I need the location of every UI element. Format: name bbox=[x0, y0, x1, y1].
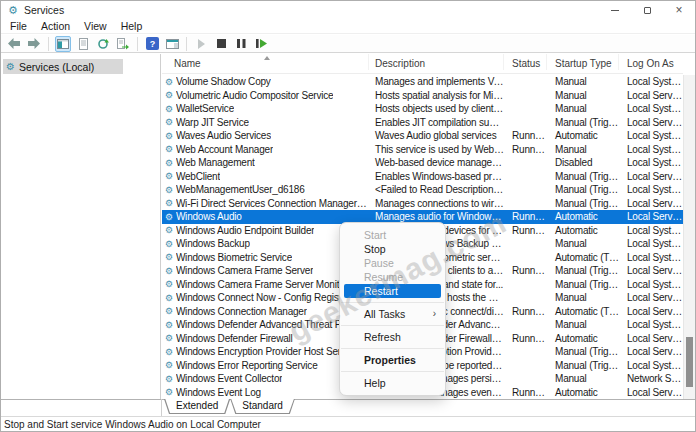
help-icon[interactable]: ? bbox=[144, 36, 160, 52]
service-name: WebClient bbox=[176, 171, 220, 182]
service-name: Web Management bbox=[176, 157, 255, 168]
pause-service-icon[interactable] bbox=[233, 36, 249, 52]
table-row[interactable]: ⚙Web ManagementWeb-based device manageme… bbox=[162, 156, 683, 170]
service-name-cell: ⚙WebClient bbox=[162, 171, 369, 182]
stop-service-icon[interactable] bbox=[213, 36, 229, 52]
menu-separator bbox=[341, 325, 444, 326]
table-row[interactable]: ⚙WalletServiceHosts objects used by clie… bbox=[162, 102, 683, 116]
minimize-button[interactable] bbox=[599, 1, 631, 19]
menu-item-restart[interactable]: Restart bbox=[344, 284, 441, 298]
service-gear-icon: ⚙ bbox=[165, 266, 173, 276]
table-row[interactable]: ⚙Volume Shadow CopyManages and implement… bbox=[162, 75, 683, 89]
menu-view[interactable]: View bbox=[77, 20, 114, 32]
maximize-icon bbox=[644, 7, 651, 14]
service-name: Windows Backup bbox=[176, 238, 250, 249]
service-name: Windows Defender Firewall bbox=[176, 333, 293, 344]
service-name: Windows Connect Now - Config Registrar bbox=[176, 292, 353, 303]
table-row[interactable]: ⚙WebClientEnables Windows-based program.… bbox=[162, 170, 683, 184]
tab-extended[interactable]: Extended bbox=[164, 399, 230, 414]
service-startup-type: Automatic (Tri... bbox=[547, 252, 619, 263]
service-startup-type: Automatic bbox=[547, 211, 619, 222]
service-log-on-as: Local System bbox=[619, 225, 683, 236]
close-button[interactable]: × bbox=[663, 1, 695, 19]
service-status: Running bbox=[504, 211, 547, 222]
vertical-scrollbar[interactable] bbox=[683, 75, 695, 399]
service-name-cell: ⚙Volume Shadow Copy bbox=[162, 76, 369, 87]
menu-separator bbox=[341, 371, 444, 372]
column-header-status[interactable]: Status bbox=[504, 54, 547, 70]
service-log-on-as: Local System bbox=[619, 144, 683, 155]
table-row[interactable]: ⚙Wi-Fi Direct Services Connection Manage… bbox=[162, 197, 683, 211]
svg-text:?: ? bbox=[149, 39, 155, 49]
menu-file[interactable]: File bbox=[3, 20, 34, 32]
service-description: Hosts spatial analysis for Mixed R... bbox=[369, 90, 504, 101]
toolbar-separator bbox=[186, 37, 187, 51]
service-status: Running bbox=[504, 333, 547, 344]
tab-label: Standard bbox=[230, 399, 295, 413]
service-name-cell: ⚙Windows Audio Endpoint Builder bbox=[162, 225, 369, 236]
service-startup-type: Automatic bbox=[547, 387, 619, 398]
tree-item-services-local[interactable]: ⚙ Services (Local) bbox=[3, 59, 123, 74]
toolbar-separator bbox=[48, 37, 49, 51]
table-row[interactable]: ⚙Warp JIT ServiceEnables JIT compilation… bbox=[162, 116, 683, 130]
menu-item-help[interactable]: Help bbox=[340, 376, 445, 390]
show-console-tree-icon[interactable] bbox=[55, 36, 71, 52]
column-header-description[interactable]: Description bbox=[369, 54, 504, 70]
menu-item-refresh[interactable]: Refresh bbox=[340, 330, 445, 344]
menu-item-all-tasks[interactable]: All Tasks› bbox=[340, 307, 445, 321]
service-log-on-as: Local Service bbox=[619, 333, 683, 344]
service-gear-icon: ⚙ bbox=[165, 185, 173, 195]
service-status: Running bbox=[504, 225, 547, 236]
table-row[interactable]: ⚙Volumetric Audio Compositor ServiceHost… bbox=[162, 89, 683, 103]
service-name: Windows Connection Manager bbox=[176, 306, 307, 317]
refresh-icon[interactable] bbox=[95, 36, 111, 52]
menu-item-properties[interactable]: Properties bbox=[340, 353, 445, 367]
service-name-cell: ⚙WalletService bbox=[162, 103, 369, 114]
show-hide-action-pane-icon[interactable] bbox=[164, 36, 180, 52]
service-gear-icon: ⚙ bbox=[165, 198, 173, 208]
service-log-on-as: Local Service bbox=[619, 117, 683, 128]
menu-item-stop[interactable]: Stop bbox=[340, 242, 445, 256]
table-row[interactable]: ⚙Web Account ManagerThis service is used… bbox=[162, 143, 683, 157]
menu-action[interactable]: Action bbox=[34, 20, 77, 32]
column-header-log-on-as[interactable]: Log On As bbox=[619, 54, 683, 70]
service-startup-type: Manual (Trigg... bbox=[547, 265, 619, 276]
service-name-cell: ⚙Windows Defender Firewall bbox=[162, 333, 369, 344]
menu-item-pause: Pause bbox=[340, 256, 445, 270]
tab-standard[interactable]: Standard bbox=[230, 399, 295, 414]
service-startup-type: Manual (Trigg... bbox=[547, 198, 619, 209]
export-list-icon[interactable] bbox=[115, 36, 131, 52]
service-log-on-as: Local System bbox=[619, 238, 683, 249]
back-icon[interactable] bbox=[6, 36, 22, 52]
column-header-startup-type[interactable]: Startup Type bbox=[547, 54, 619, 70]
service-gear-icon: ⚙ bbox=[165, 104, 173, 114]
start-service-icon[interactable] bbox=[193, 36, 209, 52]
scrollbar-thumb[interactable] bbox=[686, 337, 693, 387]
restart-service-icon[interactable] bbox=[253, 36, 269, 52]
service-gear-icon: ⚙ bbox=[165, 306, 173, 316]
service-startup-type: Manual bbox=[547, 292, 619, 303]
minimize-icon bbox=[611, 10, 619, 11]
service-name-cell: ⚙Windows Event Log bbox=[162, 387, 369, 398]
window-title: Services bbox=[24, 4, 64, 16]
forward-icon[interactable] bbox=[26, 36, 42, 52]
service-name: WebManagementUser_d6186 bbox=[176, 184, 305, 195]
service-description: Manages audio for Windows-bas... bbox=[369, 211, 504, 222]
tree-item-label: Services (Local) bbox=[19, 61, 94, 73]
service-name: Volumetric Audio Compositor Service bbox=[176, 90, 334, 101]
properties-doc-icon[interactable] bbox=[75, 36, 91, 52]
service-description: Hosts objects used by clients of t... bbox=[369, 103, 504, 114]
service-gear-icon: ⚙ bbox=[165, 293, 173, 303]
service-startup-type: Manual (Trigg... bbox=[547, 346, 619, 357]
maximize-button[interactable] bbox=[631, 1, 663, 19]
table-row[interactable]: ⚙WebManagementUser_d6186<Failed to Read … bbox=[162, 183, 683, 197]
service-log-on-as: Network Se... bbox=[619, 373, 683, 384]
table-row[interactable]: ⚙Waves Audio ServicesWaves Audio global … bbox=[162, 129, 683, 143]
menu-help[interactable]: Help bbox=[114, 20, 150, 32]
service-startup-type: Manual bbox=[547, 103, 619, 114]
service-log-on-as: Local System bbox=[619, 360, 683, 371]
service-name: Windows Encryption Provider Host Service bbox=[176, 346, 358, 357]
menu-bar: File Action View Help bbox=[1, 19, 695, 34]
toolbar-separator bbox=[137, 37, 138, 51]
service-status: Running bbox=[504, 387, 547, 398]
